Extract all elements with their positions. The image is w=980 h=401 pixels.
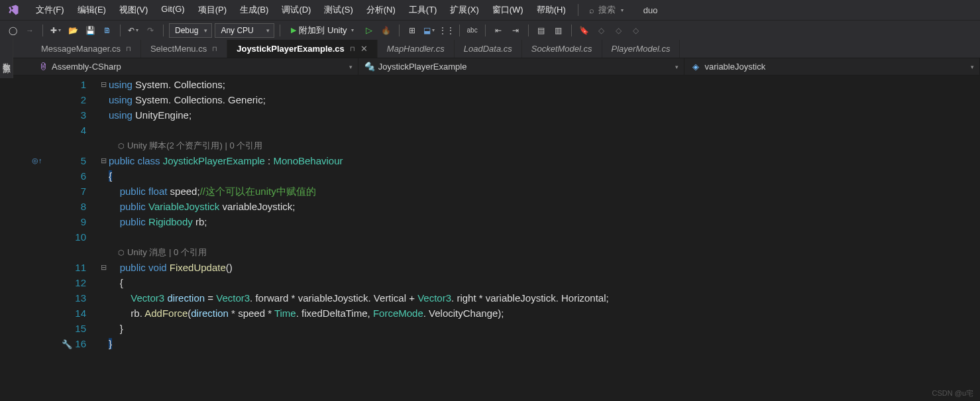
bookmark-icon[interactable]: 🔖 [577, 23, 592, 38]
editor-tab[interactable]: LoadData.cs [455, 40, 522, 58]
editor-tab[interactable]: MapHandler.cs [378, 40, 455, 58]
tool-icon: ◇ [612, 23, 626, 38]
nav-class-dropdown[interactable]: 🔩 JoystickPlayerExample [358, 58, 685, 75]
reference-icon: ⬡ [118, 249, 125, 257]
fold-toggle [98, 306, 109, 321]
menu-item[interactable]: 项目(P) [191, 1, 233, 19]
tool-icon[interactable]: ⋮⋮ [439, 23, 454, 38]
close-icon[interactable]: ✕ [360, 44, 368, 54]
fold-toggle [98, 336, 109, 351]
fold-toggle [98, 290, 109, 306]
new-item-button[interactable]: ✚▾ [48, 23, 63, 38]
nav-bar: 🛢 Assembly-CSharp 🔩 JoystickPlayerExampl… [0, 58, 980, 76]
fold-toggle [98, 321, 109, 336]
fold-toggle [98, 214, 109, 229]
fold-toggle [98, 92, 109, 107]
nav-back-button[interactable]: ◯ [5, 23, 20, 38]
fold-toggle [98, 229, 109, 245]
fold-toggle [98, 123, 109, 138]
fold-toggle[interactable]: ⊟ [98, 153, 109, 168]
watermark: CSDN @u宅 [932, 388, 973, 398]
tool-icon[interactable]: ⊞ [405, 23, 419, 38]
nav-project-dropdown[interactable]: 🛢 Assembly-CSharp [32, 58, 358, 75]
nav-fwd-button: → [23, 23, 37, 38]
menu-item[interactable]: 扩展(X) [443, 1, 485, 19]
fold-toggle[interactable]: ⊟ [98, 260, 109, 275]
save-all-button[interactable]: 🗎 [100, 23, 115, 38]
search-placeholder: 搜索 [598, 4, 616, 16]
editor-tab[interactable]: SocketModel.cs [522, 40, 602, 58]
fold-toggle [98, 107, 109, 123]
menu-item[interactable]: 窗口(W) [486, 1, 530, 19]
nav-member-dropdown[interactable]: ◈ variableJoystick [684, 58, 980, 75]
menu-item[interactable]: 编辑(E) [71, 1, 113, 19]
editor-tab[interactable]: PlayerModel.cs [602, 40, 681, 58]
fold-toggle [98, 199, 109, 214]
hot-reload-button: 🔥 [379, 23, 394, 38]
save-button[interactable]: 💾 [83, 23, 97, 38]
pin-icon[interactable]: ⊓ [212, 45, 217, 52]
indent-in-icon[interactable]: ⇥ [508, 23, 523, 38]
pin-icon[interactable]: ⊓ [126, 45, 131, 52]
run-button[interactable]: ▶ 附加到 Unity ▾ [286, 23, 358, 38]
redo-button: ↷ [143, 23, 158, 38]
editor-tab[interactable]: SelectMenu.cs⊓ [141, 40, 227, 58]
lightbulb-icon[interactable]: 🔧 [62, 339, 72, 349]
search-icon: ⌕ [589, 5, 594, 15]
class-icon: 🔩 [365, 62, 374, 72]
undo-button[interactable]: ↶▾ [126, 23, 140, 38]
comment-icon[interactable]: ▤ [534, 23, 549, 38]
pin-icon[interactable]: ⊓ [350, 45, 355, 52]
reference-icon: ⬡ [118, 142, 125, 150]
editor-tabstrip: MessageManager.cs⊓SelectMenu.cs⊓Joystick… [0, 40, 980, 58]
play-icon: ▶ [291, 26, 296, 34]
user-name: duo [643, 5, 658, 15]
menu-item[interactable]: 工具(T) [402, 1, 444, 19]
menu-item[interactable]: 文件(F) [29, 1, 71, 19]
menu-item[interactable]: 调试(D) [275, 1, 317, 19]
config-dropdown[interactable]: Debug [169, 23, 212, 38]
separator [578, 4, 578, 16]
tool-icon: ◇ [629, 23, 643, 38]
menu-bar: 文件(F)编辑(E)视图(V)Git(G)项目(P)生成(B)调试(D)测试(S… [0, 0, 980, 20]
editor-tab[interactable]: JoystickPlayerExample.cs⊓✕ [227, 40, 378, 58]
code-editor[interactable]: ◎↑ 1234 5678910 1112131415🔧 16 ⊟ ⊟ ⊟ usi… [32, 76, 980, 401]
run-no-debug-button[interactable]: ▷ [362, 23, 376, 38]
rename-icon[interactable]: abc [465, 23, 480, 38]
fold-toggle [98, 184, 109, 199]
sidebar-tab-datasources[interactable]: 数据源 [0, 38, 13, 78]
menu-item[interactable]: 测试(S) [317, 1, 359, 19]
indent-out-icon[interactable]: ⇤ [491, 23, 506, 38]
chevron-down-icon: ▾ [621, 7, 624, 13]
menu-item[interactable]: 帮助(H) [530, 1, 572, 19]
tool-icon: ◇ [594, 23, 609, 38]
fold-toggle [98, 275, 109, 290]
fold-toggle[interactable]: ⊟ [98, 77, 109, 92]
csharp-project-icon: 🛢 [38, 62, 48, 72]
toolbar: ◯ → ✚▾ 📂 💾 🗎 ↶▾ ↷ Debug Any CPU ▶ 附加到 Un… [0, 20, 980, 40]
platform-dropdown[interactable]: Any CPU [215, 23, 274, 38]
open-button[interactable]: 📂 [66, 23, 80, 38]
editor-tab[interactable]: MessageManager.cs⊓ [32, 40, 141, 58]
search-box[interactable]: ⌕ 搜索 ▾ [584, 3, 629, 17]
field-icon: ◈ [691, 62, 700, 72]
tool-icon[interactable]: ⬓▾ [422, 23, 437, 38]
menu-item[interactable]: 分析(N) [360, 1, 402, 19]
menu-item[interactable]: 视图(V) [113, 1, 154, 19]
fold-toggle [98, 168, 109, 184]
menu-item[interactable]: Git(G) [154, 1, 191, 19]
vs-logo-icon [5, 2, 21, 18]
menu-item[interactable]: 生成(B) [233, 1, 275, 19]
margin-icon: ◎↑ [32, 156, 42, 164]
uncomment-icon[interactable]: ▥ [551, 23, 566, 38]
